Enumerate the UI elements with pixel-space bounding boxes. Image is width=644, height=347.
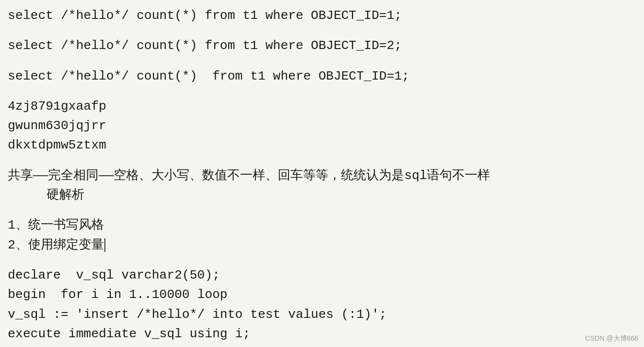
blank-2	[8, 56, 636, 66]
code-line-10: execute immediate v_sql using i;	[8, 324, 636, 344]
blank-4	[8, 155, 636, 166]
blank-3	[8, 86, 636, 97]
blank-1	[8, 25, 636, 36]
blank-6	[8, 255, 636, 265]
main-content: select /*hello*/ count(*) from t1 where …	[0, 0, 644, 347]
text-cursor	[104, 238, 105, 252]
code-line-4: 4zj8791gxaafp	[8, 97, 636, 116]
code-line-9: v_sql := 'insert /*hello*/ into test val…	[8, 305, 636, 324]
chinese-line-1: 共享——完全相同——空格、大小写、数值不一样、回车等等，统统认为是sql语句不一…	[8, 166, 636, 185]
code-line-3: select /*hello*/ count(*) from t1 where …	[8, 66, 636, 86]
code-line-1: select /*hello*/ count(*) from t1 where …	[8, 6, 636, 25]
code-line-8: begin for i in 1..10000 loop	[8, 285, 636, 304]
code-line-6: dkxtdpmw5ztxm	[8, 135, 636, 155]
watermark: CSDN @大博666	[585, 334, 638, 343]
code-line-11: end loop;	[8, 344, 636, 347]
blank-5	[8, 205, 636, 215]
chinese-line-3: 1、统一书写风格	[8, 215, 636, 235]
code-line-7: declare v_sql varchar2(50);	[8, 265, 636, 285]
code-line-2: select /*hello*/ count(*) from t1 where …	[8, 36, 636, 55]
chinese-line-4: 2、使用绑定变量	[8, 235, 636, 255]
code-line-5: gwunm630jqjrr	[8, 116, 636, 135]
chinese-line-2: 硬解析	[8, 185, 636, 205]
